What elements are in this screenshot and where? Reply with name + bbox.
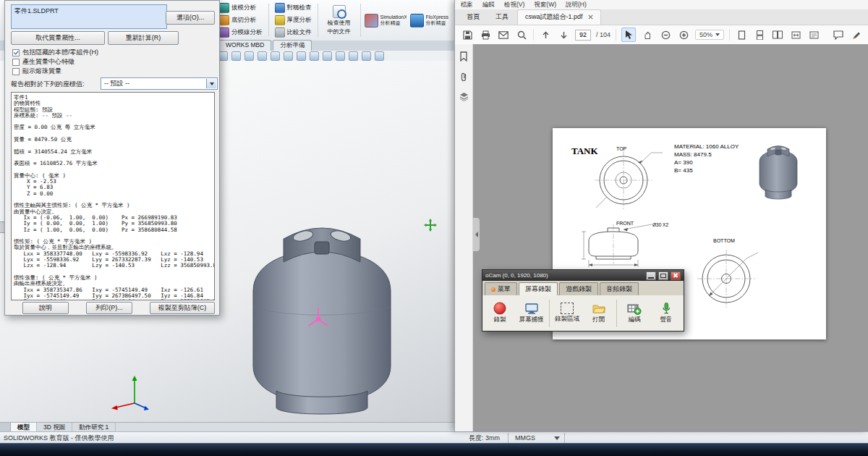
ocam-title-bar[interactable]: oCam (0, 0, 1920, 1080) bbox=[482, 270, 684, 281]
hand-tool-icon[interactable] bbox=[641, 28, 654, 41]
hide-show-items-icon[interactable] bbox=[297, 51, 306, 61]
thickness-analysis-button[interactable]: 厚度分析 bbox=[273, 15, 314, 25]
check-active-document-button[interactable]: 檢查使用 中的文件 bbox=[322, 1, 357, 40]
menu-edit[interactable]: 編輯 bbox=[482, 1, 495, 9]
tab-solidworks-mbd[interactable]: WORKS MBD bbox=[218, 40, 271, 51]
move-cross-icon[interactable] bbox=[424, 219, 437, 232]
display-style-icon[interactable] bbox=[284, 51, 293, 61]
units-dropdown[interactable]: MMGS bbox=[515, 432, 557, 444]
tank-3d-model[interactable] bbox=[231, 191, 412, 415]
3d-drawing-view-icon[interactable] bbox=[375, 51, 384, 61]
help-button[interactable]: 說明 bbox=[22, 302, 69, 314]
recalculate-button[interactable]: 重新計算(R) bbox=[108, 31, 179, 45]
email-icon[interactable] bbox=[497, 28, 510, 41]
highlight-pen-icon[interactable] bbox=[850, 28, 863, 41]
coordinate-system-dropdown[interactable]: -- 預設 -- bbox=[101, 77, 218, 90]
layers-icon[interactable] bbox=[459, 92, 469, 103]
page-total-label: / 104 bbox=[596, 31, 610, 38]
tab-audio-record[interactable]: 音頻錄製 bbox=[600, 282, 639, 295]
screen-capture-button[interactable]: 屏幕捕獲 bbox=[516, 302, 548, 324]
zoom-in-icon[interactable] bbox=[677, 28, 690, 41]
sound-button[interactable]: 聲音 bbox=[650, 302, 681, 324]
close-icon[interactable] bbox=[588, 14, 593, 20]
menu-help[interactable]: 說明(H) bbox=[566, 1, 587, 9]
print-icon[interactable] bbox=[479, 28, 492, 41]
previous-view-icon[interactable] bbox=[244, 51, 254, 61]
single-page-view-icon[interactable] bbox=[735, 28, 748, 41]
undercut-analysis-button[interactable]: 底切分析 bbox=[217, 15, 265, 25]
select-tool-icon[interactable] bbox=[621, 28, 636, 42]
mass-properties-results[interactable]: 零件1 的物質特性 模型組態: 預設 座標系統: -- 預設 -- 密度 = 0… bbox=[11, 92, 215, 300]
pdf-content-area[interactable]: TANK TOP MATERIAL: 1060 ALLOY MASS: 8479… bbox=[473, 44, 868, 431]
rotate-view-icon[interactable] bbox=[349, 51, 358, 61]
zoom-level-select[interactable]: 50% bbox=[695, 30, 724, 40]
two-page-view-icon[interactable] bbox=[771, 28, 784, 41]
draft-analysis-button[interactable]: 拔模分析 bbox=[217, 3, 265, 13]
ocam-window: oCam (0, 0, 1920, 1080) 菜單 屏幕錄製 遊戲錄製 音頻錄… bbox=[482, 269, 684, 332]
next-page-icon[interactable] bbox=[557, 28, 570, 41]
read-mode-icon[interactable] bbox=[807, 28, 820, 41]
create-com-feature-checkbox[interactable]: 產生質量中心特徵 bbox=[12, 58, 75, 66]
zoom-area-icon[interactable] bbox=[231, 51, 241, 61]
compare-documents-label: 比較文件 bbox=[287, 28, 312, 37]
material-note: MATERIAL: 1060 ALLOY bbox=[674, 143, 739, 150]
top-view-label: TOP bbox=[616, 146, 627, 151]
open-folder-icon bbox=[592, 302, 605, 315]
document-name-field[interactable]: 零件1.SLDPRT bbox=[11, 4, 167, 29]
tab-tools[interactable]: 工具 bbox=[488, 10, 516, 25]
check-document-icon bbox=[333, 5, 346, 18]
panel-collapse-handle[interactable] bbox=[473, 218, 480, 251]
record-button[interactable]: 錄製 bbox=[485, 302, 516, 324]
open-folder-button[interactable]: 打開 bbox=[583, 302, 614, 324]
windows-taskbar[interactable] bbox=[0, 443, 868, 456]
section-view-icon[interactable] bbox=[258, 51, 267, 61]
codec-button[interactable]: 編碼 bbox=[619, 302, 650, 324]
thickness-analysis-icon bbox=[275, 15, 285, 25]
minimize-icon[interactable] bbox=[646, 271, 656, 280]
parting-line-analysis-button[interactable]: 分模線分析 bbox=[217, 28, 265, 38]
override-mass-properties-button[interactable]: 取代質量屬性... bbox=[11, 31, 105, 45]
front-view-label: FRONT bbox=[616, 221, 634, 226]
tab-home[interactable]: 首頁 bbox=[459, 10, 487, 25]
save-icon[interactable] bbox=[461, 28, 474, 41]
toolbar-separator bbox=[549, 300, 550, 327]
tab-screen-record[interactable]: 屏幕錄製 bbox=[519, 282, 558, 295]
floxpress-wizard-button[interactable]: FloXpress 分析精靈 bbox=[410, 1, 452, 40]
attachments-icon[interactable] bbox=[459, 72, 468, 83]
search-icon[interactable] bbox=[515, 28, 528, 41]
view-orientation-icon[interactable] bbox=[271, 51, 280, 61]
screen-capture-label: 屏幕捕獲 bbox=[519, 316, 544, 324]
copy-to-clipboard-button[interactable]: 複製至剪貼簿(C) bbox=[150, 302, 215, 314]
document-tab[interactable]: cswa試題組合-1.pdf bbox=[517, 9, 601, 25]
toolbar-separator bbox=[268, 4, 269, 37]
menu-file[interactable]: 檔案 bbox=[461, 1, 473, 9]
menu-view[interactable]: 檢視(V) bbox=[504, 1, 524, 9]
options-button[interactable]: 選項(O)... bbox=[166, 11, 215, 25]
compare-documents-button[interactable]: 比較文件 bbox=[273, 28, 314, 38]
record-region-button[interactable]: 錄製區域 bbox=[552, 303, 583, 324]
symmetry-check-button[interactable]: 對稱檢查 bbox=[273, 3, 314, 13]
comment-icon[interactable] bbox=[832, 28, 845, 41]
simulationxpress-wizard-button[interactable]: SimulationXpress 分析精靈 bbox=[365, 1, 407, 40]
continuous-scroll-icon[interactable] bbox=[753, 28, 766, 41]
maximize-icon[interactable] bbox=[658, 271, 668, 280]
include-hidden-bodies-checkbox[interactable]: 包括隱藏的本體/零組件(H) bbox=[12, 48, 98, 56]
apply-scene-icon[interactable] bbox=[323, 51, 332, 61]
previous-page-icon[interactable] bbox=[539, 28, 552, 41]
page-number-input[interactable] bbox=[575, 30, 591, 41]
menu-window[interactable]: 視窗(W) bbox=[534, 1, 556, 9]
toolbar-separator bbox=[533, 29, 534, 41]
pan-icon[interactable] bbox=[362, 51, 371, 61]
tab-analysis-preparation[interactable]: 分析準備 bbox=[273, 40, 312, 51]
zoom-out-icon[interactable] bbox=[659, 28, 672, 41]
bookmarks-icon[interactable] bbox=[459, 51, 468, 63]
fit-width-icon[interactable] bbox=[789, 28, 802, 41]
close-icon[interactable] bbox=[671, 271, 681, 280]
view-settings-icon[interactable] bbox=[336, 51, 345, 61]
show-weld-bead-mass-checkbox[interactable]: 顯示熔珠質量 bbox=[12, 67, 61, 75]
edit-appearance-icon[interactable] bbox=[310, 51, 319, 61]
print-button[interactable]: 列印(P)... bbox=[86, 302, 132, 314]
tab-menu[interactable]: 菜單 bbox=[485, 282, 517, 295]
document-tab-label: cswa試題組合-1.pdf bbox=[525, 12, 583, 22]
tab-game-record[interactable]: 遊戲錄製 bbox=[559, 282, 598, 295]
